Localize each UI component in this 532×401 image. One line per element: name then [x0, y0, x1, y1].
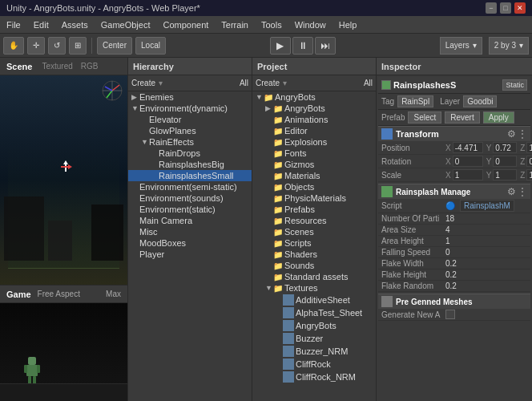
- project-item[interactable]: 📁Fonts: [252, 148, 376, 159]
- object-active-checkbox[interactable]: [381, 80, 391, 90]
- game-view[interactable]: [0, 303, 127, 401]
- hierarchy-item[interactable]: RainsplashesSmall: [128, 170, 252, 181]
- rgb-dropdown[interactable]: RGB: [81, 62, 99, 71]
- hand-tool-button[interactable]: ✋: [3, 37, 24, 55]
- project-item[interactable]: 📁Resources: [252, 215, 376, 226]
- hierarchy-create-button[interactable]: Create: [131, 79, 155, 87]
- hierarchy-all-button[interactable]: All: [240, 79, 248, 87]
- generate-checkbox[interactable]: [445, 310, 455, 319]
- project-item[interactable]: 📁Editor: [252, 125, 376, 136]
- project-item[interactable]: CliffRock: [252, 358, 376, 371]
- hierarchy-item[interactable]: Player: [128, 249, 252, 260]
- project-item[interactable]: AdditiveSheet: [252, 294, 376, 306]
- select-button[interactable]: Select: [408, 111, 441, 124]
- center-button[interactable]: Center: [97, 37, 132, 55]
- hierarchy-item-label: Player: [139, 249, 164, 259]
- apply-button[interactable]: Apply: [483, 111, 514, 124]
- project-item[interactable]: ▼📁AngryBots: [252, 91, 376, 103]
- project-item[interactable]: 📁Standard assets: [252, 271, 376, 282]
- menu-component[interactable]: Component: [156, 16, 215, 34]
- scene-view[interactable]: [0, 75, 127, 285]
- menu-gameobject[interactable]: GameObject: [95, 16, 157, 34]
- scale-tool-button[interactable]: ⊞: [69, 37, 87, 55]
- scale-z-input[interactable]: [526, 169, 532, 180]
- scale-x-input[interactable]: [453, 169, 483, 180]
- pos-z-input[interactable]: [526, 142, 532, 153]
- hierarchy-item[interactable]: MoodBoxes: [128, 237, 252, 249]
- hierarchy-item[interactable]: ▼RainEffects: [128, 136, 252, 148]
- project-item[interactable]: ▶📁AngryBots: [252, 103, 376, 114]
- project-item[interactable]: 📁Scenes: [252, 226, 376, 237]
- scale-y-input[interactable]: [493, 169, 517, 180]
- hierarchy-item[interactable]: Misc: [128, 226, 252, 237]
- layers-dropdown[interactable]: Layers ▾: [440, 37, 482, 55]
- maximize-button[interactable]: □: [500, 2, 511, 14]
- rot-z-input[interactable]: [526, 156, 532, 167]
- project-all-button[interactable]: All: [364, 79, 373, 87]
- project-item[interactable]: 📁Scripts: [252, 237, 376, 249]
- project-item[interactable]: AlphaTest_Sheet: [252, 306, 376, 319]
- menu-window[interactable]: Window: [288, 16, 332, 34]
- project-item[interactable]: 📁Gizmos: [252, 159, 376, 170]
- project-item-label: Buzzer_NRM: [296, 346, 348, 356]
- hierarchy-item[interactable]: Main Camera: [128, 215, 252, 226]
- rot-y-input[interactable]: [493, 156, 517, 167]
- project-item[interactable]: 📁Prefabs: [252, 204, 376, 215]
- hierarchy-item[interactable]: Environment(sounds): [128, 192, 252, 204]
- play-button[interactable]: ▶: [270, 37, 291, 55]
- pos-y-input[interactable]: [493, 142, 517, 153]
- aspect-dropdown[interactable]: Free Aspect: [38, 290, 80, 298]
- project-item[interactable]: 📁Materials: [252, 170, 376, 181]
- hierarchy-item[interactable]: Elevator: [128, 114, 252, 125]
- project-item[interactable]: 📁Sounds: [252, 260, 376, 271]
- rotate-tool-button[interactable]: ↺: [48, 37, 66, 55]
- project-item[interactable]: CliffRock_NRM: [252, 371, 376, 383]
- tag-value-button[interactable]: RainSpl: [397, 95, 433, 107]
- step-button[interactable]: ⏭: [315, 37, 336, 55]
- menu-terrain[interactable]: Terrain: [215, 16, 255, 34]
- project-item[interactable]: AngryBots: [252, 319, 376, 332]
- project-create-button[interactable]: Create: [256, 79, 280, 87]
- pause-button[interactable]: ⏸: [292, 37, 313, 55]
- hierarchy-item[interactable]: GlowPlanes: [128, 125, 252, 136]
- move-tool-button[interactable]: ✛: [27, 37, 45, 55]
- hierarchy-item[interactable]: Environment(static): [128, 204, 252, 215]
- transform-component-header[interactable]: Transform ⚙ ⋮: [378, 126, 530, 141]
- menu-file[interactable]: File: [0, 16, 27, 34]
- project-item[interactable]: Buzzer_NRM: [252, 345, 376, 358]
- revert-button[interactable]: Revert: [445, 111, 479, 124]
- hierarchy-item[interactable]: RainsplashesBig: [128, 159, 252, 170]
- script-value[interactable]: RainsplashM: [460, 200, 514, 212]
- hierarchy-item[interactable]: ▶Enemies: [128, 91, 252, 103]
- project-item[interactable]: 📁Animations: [252, 114, 376, 125]
- menu-tools[interactable]: Tools: [255, 16, 288, 34]
- project-item[interactable]: 📁Shaders: [252, 249, 376, 260]
- hierarchy-item[interactable]: ▼Environment(dynamic): [128, 103, 252, 114]
- project-item[interactable]: 📁Explosions: [252, 136, 376, 148]
- toolbar-separator-1: [91, 38, 92, 54]
- rainsplash-component-header[interactable]: Rainsplash Manage ⚙ ⋮: [378, 184, 530, 199]
- minimize-button[interactable]: −: [486, 2, 497, 14]
- menu-assets[interactable]: Assets: [55, 16, 95, 34]
- project-item[interactable]: 📁Objects: [252, 181, 376, 192]
- menu-edit[interactable]: Edit: [27, 16, 55, 34]
- hierarchy-item[interactable]: Environment(semi-static): [128, 181, 252, 192]
- project-item[interactable]: Buzzer: [252, 332, 376, 345]
- menu-help[interactable]: Help: [332, 16, 364, 34]
- static-badge[interactable]: Static: [502, 79, 527, 91]
- hierarchy-item[interactable]: RainDrops: [128, 148, 252, 159]
- project-item[interactable]: 📁PhysicMaterials: [252, 192, 376, 204]
- tab-game[interactable]: Game: [6, 290, 31, 299]
- local-button[interactable]: Local: [135, 37, 166, 55]
- folder-icon: 📁: [273, 115, 283, 124]
- pos-x-input[interactable]: [453, 142, 483, 153]
- project-item[interactable]: ▼📁Textures: [252, 282, 376, 294]
- layout-dropdown[interactable]: 2 by 3 ▾: [489, 37, 529, 55]
- close-button[interactable]: ✕: [514, 2, 526, 14]
- textured-dropdown[interactable]: Textured: [42, 62, 72, 71]
- pregenned-component-header[interactable]: Pre Genned Meshes: [378, 294, 530, 309]
- max-button[interactable]: Max: [106, 290, 121, 298]
- layer-value-button[interactable]: Goodbi: [463, 95, 497, 107]
- tab-scene[interactable]: Scene: [6, 62, 32, 71]
- rot-x-input[interactable]: [453, 156, 483, 167]
